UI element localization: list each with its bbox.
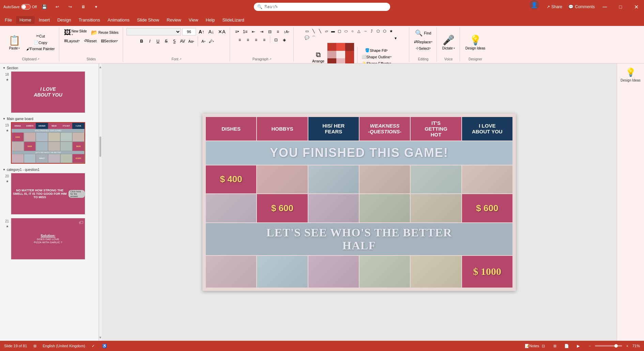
font-size-decrease[interactable]: A↓	[207, 28, 215, 35]
section-dropdown[interactable]: ▾	[117, 39, 118, 42]
save-button[interactable]: 💾	[39, 1, 50, 12]
shape-outline-button[interactable]: ⬜ Shape Outline ▾	[360, 54, 393, 60]
decrease-indent-button[interactable]: ⇤	[250, 28, 257, 35]
zoom-slider[interactable]	[595, 345, 622, 347]
font-size-increase[interactable]: A↑	[197, 28, 206, 35]
shape-arrow[interactable]: →	[362, 28, 368, 34]
cell-final-1[interactable]	[206, 256, 256, 288]
convert-smartart-button[interactable]: ◈	[280, 36, 288, 44]
replace-dropdown[interactable]: ▾	[431, 40, 432, 43]
replace-button[interactable]: ⇄ Replace ▾	[413, 39, 433, 45]
increase-indent-button[interactable]: ⇥	[258, 28, 265, 35]
cell-final-2[interactable]	[257, 256, 307, 288]
copy-button[interactable]: 📄 Copy	[25, 40, 56, 45]
highlight-dropdown[interactable]: ▾	[213, 40, 214, 43]
menu-review[interactable]: Review	[163, 16, 185, 24]
cell-row3-3[interactable]	[308, 194, 359, 222]
shape-line2[interactable]: ╲	[317, 28, 323, 34]
shape-star[interactable]: ★	[388, 28, 394, 34]
menu-view[interactable]: View	[185, 16, 202, 24]
reading-view-button[interactable]: 📄	[563, 342, 570, 350]
shadow-button[interactable]: S̲	[171, 38, 178, 45]
format-painter-button[interactable]: 🖌 Format Painter	[25, 46, 56, 52]
cell-row2-2[interactable]	[257, 165, 307, 194]
layout-button[interactable]: ⊞ Layout ▾	[63, 38, 81, 44]
cell-600-right[interactable]: $ 600	[462, 194, 512, 222]
columns2-button[interactable]: ⊡	[272, 36, 280, 44]
cell-600-left[interactable]: $ 600	[257, 194, 307, 222]
menu-help[interactable]: Help	[202, 16, 218, 24]
spell-check-button[interactable]: ✓	[89, 342, 97, 350]
bullets-button[interactable]: ≡•	[233, 28, 241, 35]
menu-file[interactable]: File	[1, 16, 15, 24]
minimize-icon[interactable]: ─	[597, 0, 613, 14]
slide-sorter-button[interactable]: ⊞	[551, 342, 559, 350]
shape-line[interactable]: ╲	[310, 28, 317, 34]
shape-fill-dropdown[interactable]: ▾	[386, 49, 388, 52]
design-ideas-sidebar[interactable]: 💡 Design Ideas	[619, 66, 643, 84]
cell-row3-4[interactable]	[359, 194, 410, 222]
bold-button[interactable]: B	[138, 38, 145, 45]
clear-format-button[interactable]: ✕A	[217, 28, 227, 35]
align-right-button[interactable]: ≡	[252, 36, 260, 44]
slide-img-20[interactable]: NO MATTER HOW STRONG THE SMELL IS, IT IS…	[11, 173, 85, 215]
new-slide-button[interactable]: 🖼 New Slide ▾	[63, 28, 88, 37]
share-button[interactable]: ↗ Share	[542, 0, 566, 14]
dictate-button[interactable]: 🎤 Dictate ▾	[440, 33, 457, 52]
font-name-select[interactable]	[126, 28, 181, 35]
scrollbar-thumb[interactable]	[99, 136, 101, 157]
autosave-dot[interactable]	[21, 4, 31, 10]
cut-button[interactable]: ✂ Cut	[25, 33, 56, 39]
paragraph-expand[interactable]: ↗	[269, 58, 272, 61]
slide-img-18[interactable]: I LOVEABOUT YOU	[11, 71, 85, 113]
select-dropdown[interactable]: ▾	[429, 47, 431, 50]
menu-insert[interactable]: Insert	[35, 16, 53, 24]
slide-thumb-19[interactable]: 19 ★ DISHES HOBBYS HIS/HER WEAK IT'S HOT…	[1, 121, 97, 164]
strikethrough-button[interactable]: S	[163, 38, 170, 45]
zoom-in-button[interactable]: +	[624, 342, 631, 350]
cell-row2-5[interactable]	[411, 165, 461, 194]
cell-final-4[interactable]	[359, 256, 410, 288]
shape-pentagon[interactable]: ⬠	[375, 28, 381, 34]
dictate-dropdown[interactable]: ▾	[454, 47, 455, 50]
cell-row2-4[interactable]	[359, 165, 410, 194]
cell-row3-1[interactable]	[206, 194, 256, 222]
change-case-button[interactable]: Aa▾	[187, 39, 196, 44]
align-center-button[interactable]: ≡	[244, 36, 251, 44]
presentation-view-button[interactable]: 🖥	[78, 1, 89, 12]
shape-callout[interactable]: 💬	[304, 34, 310, 41]
quick-styles-preview[interactable]	[327, 43, 354, 67]
char-spacing-button[interactable]: AV	[179, 38, 186, 45]
select-button[interactable]: ⊹ Select ▾	[414, 45, 432, 51]
menu-slidelizard[interactable]: SlideLizard	[219, 16, 247, 24]
underline-button[interactable]: U	[154, 38, 162, 45]
shape-rounded-rect[interactable]: ▢	[336, 28, 342, 34]
slide-thumb-20[interactable]: 20 ★ NO MATTER HOW STRONG THE SMELL IS, …	[1, 172, 97, 215]
shape-rect3[interactable]: ▬	[330, 28, 336, 34]
slide-thumb-18[interactable]: 18 ★ I LOVEABOUT YOU	[1, 71, 97, 114]
line-spacing-button[interactable]: ≡	[274, 28, 282, 35]
slide-panel-scrollbar[interactable]: ▲ ▼	[99, 63, 102, 341]
shape-outline-dropdown[interactable]: ▾	[390, 55, 392, 58]
menu-slideshow[interactable]: Slide Show	[134, 16, 163, 24]
shape-chevron[interactable]: ⬡	[382, 28, 388, 34]
menu-animations[interactable]: Animations	[104, 16, 133, 24]
normal-view-button[interactable]: ⊡	[540, 342, 547, 350]
cell-400[interactable]: $ 400	[206, 165, 256, 194]
comments-button[interactable]: 💬 Comments	[566, 0, 597, 14]
shape-triangle[interactable]: △	[356, 28, 362, 34]
text-direction-button[interactable]: ↕A▾	[282, 28, 291, 35]
slide-thumb-21[interactable]: 21 ★ 🏷 Solution: DOES DAD LOVE PIZZA WIT…	[1, 217, 97, 260]
undo-button[interactable]: ↩	[52, 1, 63, 12]
cell-row2-3[interactable]	[308, 165, 359, 194]
autosave-toggle[interactable]: AutoSave Off	[3, 4, 37, 10]
layout-dropdown[interactable]: ▾	[78, 39, 80, 42]
slide-outline-button[interactable]: ⊞	[31, 342, 39, 350]
slide-img-19[interactable]: DISHES HOBBYS HIS/HER WEAK IT'S HOT I LO…	[11, 122, 85, 164]
shape-arc[interactable]: ⌒	[310, 34, 317, 41]
cell-final-5[interactable]	[411, 256, 461, 288]
menu-home[interactable]: Home	[16, 16, 35, 24]
notes-button[interactable]: 📝 Notes	[528, 342, 536, 350]
menu-transitions[interactable]: Transitions	[75, 16, 104, 24]
new-slide-dropdown[interactable]: ▾	[72, 33, 73, 36]
